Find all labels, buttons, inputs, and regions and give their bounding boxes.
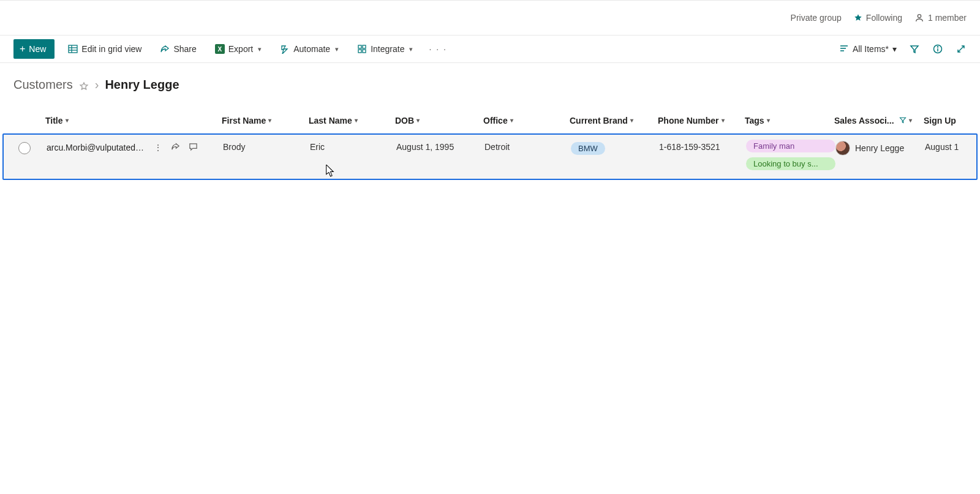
privacy-label: Private group [791,13,842,23]
export-label: Export [228,44,253,54]
svg-point-0 [918,15,921,18]
col-dob[interactable]: DOB ▾ [395,116,483,125]
tag-pill: Looking to buy s... [746,157,835,170]
chevron-down-icon: ▾ [510,117,513,124]
expand-button[interactable] [956,43,967,54]
col-first-name-label: First Name [222,116,266,125]
row-dob: August 1, 1995 [396,138,484,152]
svg-rect-1 [69,45,77,53]
col-tags[interactable]: Tags ▾ [745,116,834,125]
chevron-down-icon: ▾ [767,117,770,124]
privacy-text: Private group [791,13,842,23]
col-phone-number-label: Phone Number [658,116,719,125]
chevron-down-icon: ▾ [722,117,725,124]
flow-icon [280,44,290,54]
tag-pill: Family man [746,140,835,152]
share-label: Share [173,44,196,54]
row-sign-up: August 1 [925,138,970,152]
chevron-down-icon: ▾ [335,45,339,53]
integrate-icon [357,44,367,54]
export-button[interactable]: X Export ▾ [210,39,266,59]
view-list-icon [839,43,849,55]
edit-in-grid-label: Edit in grid view [81,44,141,54]
favorite-toggle[interactable] [79,80,89,90]
table-row[interactable]: arcu.Morbi@vulputatedui... ⋮ Brody Eric … [4,135,976,179]
col-tags-label: Tags [745,116,764,125]
svg-rect-6 [363,45,366,48]
following-toggle[interactable]: Following [854,13,902,23]
breadcrumb: Customers › Henry Legge [0,63,980,97]
row-office: Detroit [484,138,571,152]
info-button[interactable] [932,43,943,54]
breadcrumb-separator: › [95,78,99,92]
svg-rect-8 [363,50,366,53]
row-comment-icon[interactable] [189,142,198,153]
col-current-brand-label: Current Brand [570,116,628,125]
row-current-brand: BMW [571,138,659,155]
chevron-down-icon: ▾ [630,117,633,124]
view-name-label: All Items* [853,44,889,54]
svg-rect-5 [358,45,361,48]
integrate-button[interactable]: Integrate ▾ [352,39,418,59]
svg-rect-7 [358,50,361,53]
excel-icon: X [215,44,225,54]
list-view: Title ▾ First Name ▾ Last Name ▾ DOB ▾ O… [2,108,978,180]
following-text: Following [866,13,902,23]
more-actions-button[interactable]: · · · [426,44,449,54]
edit-in-grid-button[interactable]: Edit in grid view [63,39,146,59]
brand-pill: BMW [571,142,605,155]
view-selector[interactable]: All Items* ▾ [839,43,897,55]
col-title[interactable]: Title ▾ [45,116,222,125]
chevron-down-icon: ▾ [409,45,413,53]
col-office[interactable]: Office ▾ [483,116,570,125]
chevron-down-icon: ▾ [417,117,420,124]
automate-button[interactable]: Automate ▾ [275,39,344,59]
chevron-down-icon: ▾ [66,117,69,124]
person-icon [914,13,924,23]
automate-label: Automate [293,44,330,54]
row-first-name: Brody [223,138,310,152]
avatar [835,141,850,155]
col-phone-number[interactable]: Phone Number ▾ [658,116,745,125]
col-last-name[interactable]: Last Name ▾ [309,116,395,125]
col-sales-associate-label: Sales Associ... [834,116,894,125]
row-sales-associate-name: Henry Legge [855,143,904,153]
share-icon [160,44,170,54]
command-bar: + New Edit in grid view Share X Export ▾… [0,36,980,63]
row-phone: 1-618-159-3521 [659,138,746,152]
new-button[interactable]: + New [13,39,55,59]
group-meta-bar: Private group Following 1 member [0,0,980,36]
chevron-down-icon: ▾ [892,44,897,54]
breadcrumb-root-link[interactable]: Customers [13,78,73,92]
col-last-name-label: Last Name [309,116,352,125]
svg-point-14 [937,47,938,47]
row-select-checkbox[interactable] [18,142,31,154]
col-sales-associate[interactable]: Sales Associ... ▾ [834,116,924,125]
selected-row-highlight: arcu.Morbi@vulputatedui... ⋮ Brody Eric … [2,133,978,180]
list-header-row: Title ▾ First Name ▾ Last Name ▾ DOB ▾ O… [2,108,978,133]
breadcrumb-current: Henry Legge [105,78,179,92]
members-text: 1 member [928,13,967,23]
chevron-down-icon: ▾ [355,117,358,124]
chevron-down-icon: ▾ [268,117,271,124]
new-button-label: New [29,44,46,54]
star-filled-icon [854,13,862,22]
members-link[interactable]: 1 member [914,13,967,23]
col-office-label: Office [483,116,508,125]
integrate-label: Integrate [371,44,404,54]
filter-button[interactable] [909,43,920,54]
col-first-name[interactable]: First Name ▾ [222,116,309,125]
grid-icon [68,44,78,54]
col-sign-up[interactable]: Sign Up [924,116,971,125]
col-title-label: Title [45,116,63,125]
share-button[interactable]: Share [155,39,201,59]
row-last-name: Eric [310,138,396,152]
row-tags: Family man Looking to buy s... [746,138,835,170]
row-more-actions[interactable]: ⋮ [154,143,162,152]
col-sign-up-label: Sign Up [924,116,956,125]
filter-applied-icon [899,116,907,125]
col-current-brand[interactable]: Current Brand ▾ [570,116,658,125]
row-share-icon[interactable] [171,142,180,153]
row-title[interactable]: arcu.Morbi@vulputatedui... [47,143,148,152]
chevron-down-icon: ▾ [258,45,262,53]
